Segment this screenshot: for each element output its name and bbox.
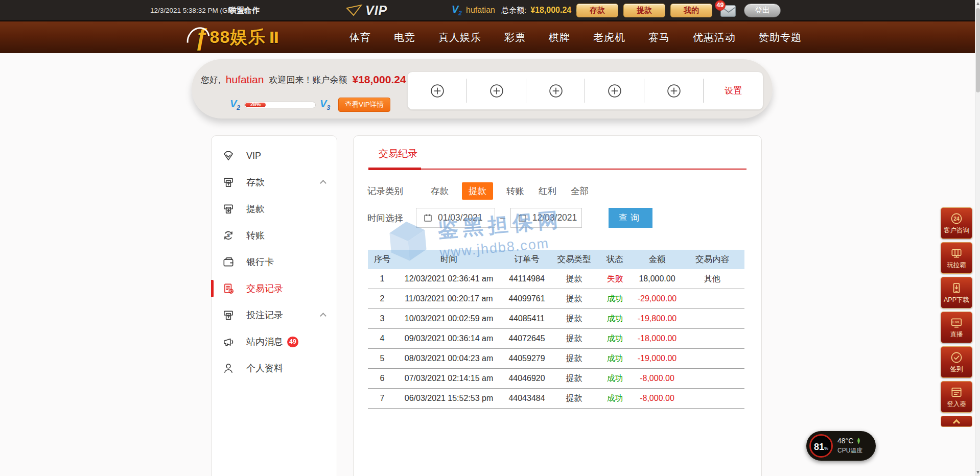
- filter-option[interactable]: 存款: [430, 182, 450, 200]
- table-cell: 7: [368, 394, 396, 403]
- nav-item[interactable]: 棋牌: [549, 31, 570, 44]
- filter-active-option[interactable]: 提款: [462, 182, 493, 200]
- chevron-up-icon: [953, 419, 960, 426]
- site-logo[interactable]: ƒ 88娱乐 Ⅱ: [188, 21, 279, 53]
- sidebar-item-withdraw[interactable]: 提款: [212, 196, 337, 222]
- settings-button[interactable]: 设置: [704, 72, 763, 109]
- float-tile-launcher[interactable]: 登入器: [941, 381, 972, 413]
- table-header-cell: 时间: [396, 254, 501, 265]
- float-tile-slot-machine[interactable]: 玩拉霸: [941, 242, 972, 274]
- sidebar-item-deposit[interactable]: 存款: [212, 169, 337, 196]
- table-cell: 44046920: [501, 374, 552, 383]
- nav-item[interactable]: 电竞: [394, 31, 415, 44]
- vip-logo[interactable]: VIP: [345, 0, 387, 20]
- record-type-filters: 记录类别 存款提款转账红利全部: [367, 182, 761, 200]
- nav-item[interactable]: 老虎机: [593, 31, 625, 44]
- search-button[interactable]: 查询: [609, 208, 652, 228]
- scroll-up-icon[interactable]: [975, 0, 980, 7]
- filter-option[interactable]: 转账: [505, 182, 525, 200]
- mine-button[interactable]: 我的: [670, 4, 712, 17]
- plus-circle-icon: [548, 83, 564, 99]
- scroll-down-icon[interactable]: [975, 469, 980, 476]
- nav-item[interactable]: 真人娱乐: [438, 31, 481, 44]
- quick-action-button[interactable]: [644, 72, 704, 109]
- cpu-usage-gauge: 81%: [809, 434, 833, 458]
- float-tile-label: 客户咨询: [944, 226, 969, 235]
- sidebar-item-label: 存款: [246, 176, 265, 188]
- date-select-row: 时间选择 01/03/2021 – 12/03/2021 查询: [367, 208, 761, 228]
- tabbar: 交易纪录: [354, 136, 761, 170]
- balance-value: ¥18,000.24: [530, 6, 571, 15]
- table-cell: 提款: [552, 353, 596, 364]
- nav-item[interactable]: 赞助专题: [759, 31, 802, 44]
- filter-option[interactable]: 全部: [570, 182, 590, 200]
- affiliate-link[interactable]: 联盟合作: [229, 0, 260, 20]
- bank-card-icon: [222, 255, 235, 269]
- service-24-icon: 24: [950, 212, 963, 225]
- mail-button[interactable]: 49: [719, 4, 737, 17]
- date-separator: –: [500, 212, 505, 223]
- mail-badge: 49: [715, 0, 726, 11]
- page-scrollbar[interactable]: [975, 0, 980, 476]
- table-cell: 提款: [552, 274, 596, 284]
- sidebar-item-message[interactable]: 站内消息49: [212, 328, 337, 355]
- vip-progress-row: V2 28% V3 查看VIP详情: [230, 98, 390, 112]
- date-label: 时间选择: [367, 212, 405, 224]
- sidebar-item-label: 站内消息: [246, 336, 283, 348]
- filter-option[interactable]: 红利: [538, 182, 557, 200]
- nav-item[interactable]: 彩票: [504, 31, 526, 44]
- sidebar-item-profile[interactable]: 个人资料: [212, 355, 337, 382]
- nav-item[interactable]: 赛马: [648, 31, 670, 44]
- sidebar-item-betting[interactable]: 投注记录: [212, 302, 337, 328]
- chevron-up-icon: [320, 313, 326, 319]
- table-cell: 提款: [552, 314, 596, 324]
- quick-action-button[interactable]: [585, 72, 644, 109]
- float-tile-app-download[interactable]: APP下载: [941, 277, 972, 308]
- plus-circle-icon: [607, 83, 622, 99]
- deposit-icon: [222, 176, 235, 189]
- nav-item[interactable]: 体育: [349, 31, 371, 44]
- nav-item[interactable]: 优惠活动: [693, 31, 736, 44]
- sidebar-item-transfer[interactable]: $转账: [212, 222, 337, 249]
- sidebar-item-bank-card[interactable]: 银行卡: [212, 249, 337, 275]
- sidebar-item-label: 交易记录: [246, 282, 283, 295]
- vip-detail-button[interactable]: 查看VIP详情: [338, 98, 390, 112]
- date-from-input[interactable]: 01/03/2021: [416, 208, 495, 228]
- tab-underline: [368, 168, 746, 170]
- filter-label: 记录类别: [367, 185, 403, 197]
- table-cell: 提款: [552, 393, 596, 404]
- table-cell: 44072645: [501, 334, 552, 343]
- date-to-input[interactable]: 12/03/2021: [510, 208, 582, 228]
- plus-circle-icon: [489, 83, 504, 99]
- floating-shortcuts: 24客户咨询玩拉霸APP下载LIVE直播签到登入器: [941, 207, 972, 427]
- float-tile-live[interactable]: LIVE直播: [941, 312, 972, 343]
- logout-button[interactable]: 登出: [744, 4, 781, 17]
- float-tile-service-24[interactable]: 24客户咨询: [941, 207, 972, 239]
- sidebar-item-vip-diamond[interactable]: VIP: [212, 142, 337, 169]
- table-cell: 成功: [596, 373, 634, 384]
- quick-action-button[interactable]: [408, 72, 467, 109]
- table-cell: 09/03/2021 00:36:14 am: [396, 334, 501, 343]
- deposit-button[interactable]: 存款: [576, 4, 618, 17]
- welcome-banner: 您好, hufatian 欢迎回来！账户余额 ¥18,000.24 V2 28%…: [192, 59, 773, 118]
- table-cell: 44085411: [501, 314, 552, 323]
- tab-transaction-records[interactable]: 交易纪录: [379, 147, 417, 168]
- table-header-cell: 交易类型: [552, 254, 596, 265]
- vip-flag-icon: [345, 4, 363, 17]
- cpu-temp-label: CPU温度: [837, 446, 862, 455]
- table-cell: 成功: [596, 294, 634, 304]
- table-cell: 44099761: [501, 294, 552, 303]
- float-tile-check-in[interactable]: 签到: [941, 346, 972, 378]
- table-cell: 成功: [596, 314, 634, 324]
- table-header-cell: 订单号: [501, 254, 552, 265]
- cpu-temp-value: 48°C: [837, 437, 853, 445]
- cpu-percent: 81: [814, 436, 824, 458]
- quick-action-button[interactable]: [467, 72, 526, 109]
- vip-current-level: V2: [230, 99, 240, 111]
- float-collapse-button[interactable]: [941, 416, 972, 427]
- scrollbar-thumb[interactable]: [976, 8, 980, 92]
- quick-action-button[interactable]: [526, 72, 586, 109]
- main-navbar: ƒ 88娱乐 Ⅱ 体育电竞真人娱乐彩票棋牌老虎机赛马优惠活动赞助专题: [0, 20, 980, 53]
- sidebar-item-transaction[interactable]: 交易记录: [212, 275, 337, 302]
- withdraw-button[interactable]: 提款: [623, 4, 665, 17]
